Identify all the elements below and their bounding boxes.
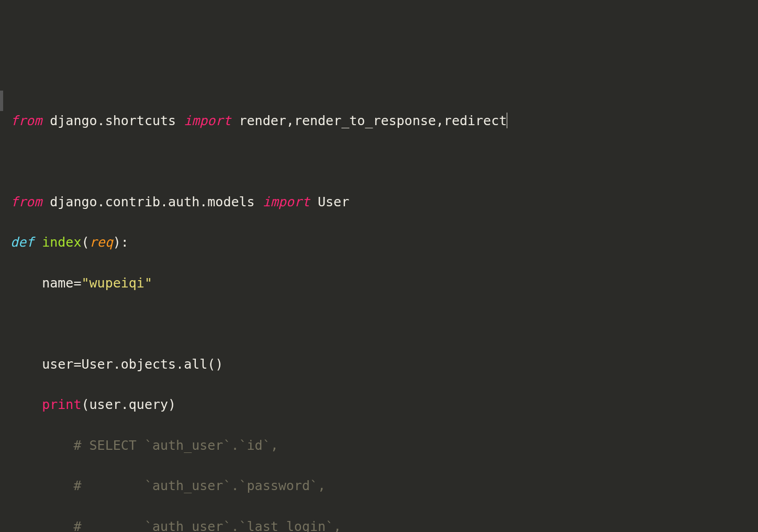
code-line: # `auth_user`.`password`, <box>10 476 758 496</box>
parameter: req <box>90 235 113 250</box>
keyword-import: import <box>184 113 231 128</box>
line-highlight <box>0 91 3 111</box>
code-line: user=User.objects.all() <box>10 354 758 375</box>
keyword-from: from <box>10 194 42 209</box>
keyword-import: import <box>263 194 310 209</box>
code-line: # `auth_user`.`last_login`, <box>10 517 758 532</box>
code-line: def index(req): <box>10 232 758 253</box>
function-call: print <box>42 397 81 412</box>
code-editor[interactable]: from django.shortcuts import render,rend… <box>10 91 758 532</box>
comment: # `auth_user`.`password`, <box>73 478 326 493</box>
code-line <box>10 151 758 172</box>
assignment: name= <box>42 275 81 291</box>
string-literal: "wupeiqi" <box>81 275 152 291</box>
code-line: print(user.query) <box>10 395 758 415</box>
function-name: index <box>42 235 81 250</box>
code-line <box>10 314 758 334</box>
code-line: name="wupeiqi" <box>10 273 758 294</box>
comment: # `auth_user`.`last_login`, <box>73 519 341 532</box>
module-path: django.shortcuts <box>42 113 184 128</box>
import-names: User <box>310 194 349 209</box>
code-line: # SELECT `auth_user`.`id`, <box>10 436 758 456</box>
code-text: user=User.objects.all() <box>42 357 223 372</box>
module-path: django.contrib.auth.models <box>42 194 262 209</box>
text-cursor <box>507 113 507 128</box>
import-names: render,render_to_response,redirect <box>231 113 507 128</box>
keyword-def: def <box>10 235 34 250</box>
comment: # SELECT `auth_user`.`id`, <box>73 438 278 453</box>
code-line: from django.contrib.auth.models import U… <box>10 192 758 213</box>
code-line: from django.shortcuts import render,rend… <box>10 111 758 131</box>
keyword-from: from <box>10 113 42 128</box>
